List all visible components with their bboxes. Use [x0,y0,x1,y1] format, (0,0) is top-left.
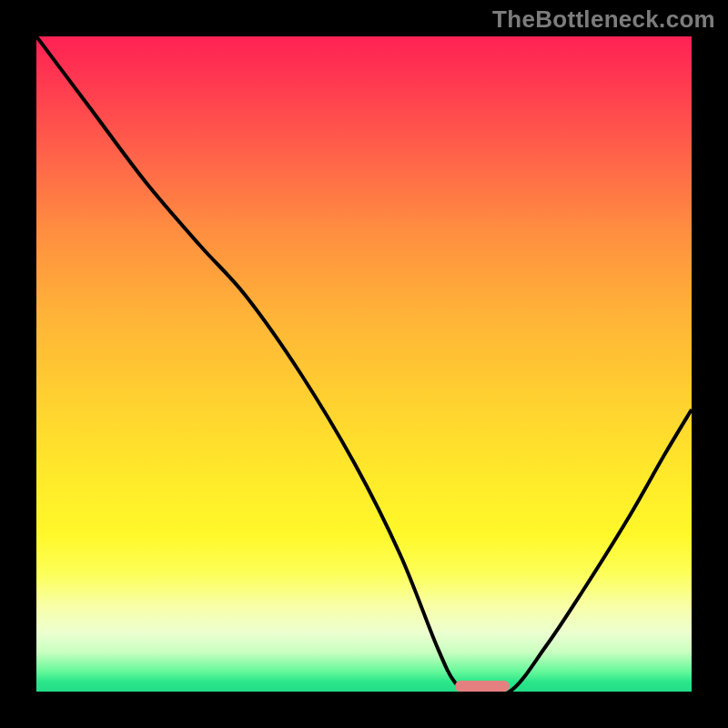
chart-curve-svg [36,36,692,692]
frame-right [692,0,728,728]
frame-left [0,0,36,728]
bottleneck-chart: TheBottleneck.com [0,0,728,728]
frame-bottom [0,692,728,728]
bottleneck-curve-path [36,36,692,692]
watermark-label: TheBottleneck.com [492,5,715,34]
optimal-marker [455,681,510,692]
